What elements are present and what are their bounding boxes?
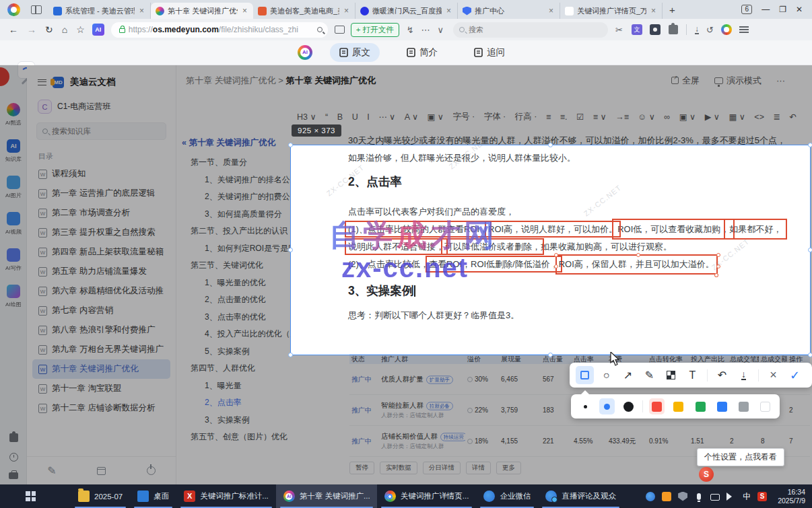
ssl-lock-icon[interactable] xyxy=(119,28,125,33)
more-options-button[interactable]: ··· xyxy=(776,75,785,85)
save-tool-icon[interactable]: ↓ xyxy=(735,366,753,384)
annotation-box[interactable]: ROI低，可以查看收藏加购， xyxy=(617,224,729,234)
tab-close-icon[interactable]: × xyxy=(241,6,248,15)
sidebar-doc-item[interactable]: W 第二章 市场调查分析 xyxy=(32,203,170,223)
browser-tab[interactable]: 第十章 关键词推广优化 × xyxy=(151,3,253,19)
browser-tab[interactable]: 美迪创客_美迪电商_美 × xyxy=(253,3,356,19)
toc-item[interactable]: 第五节、创意（图片）优化 xyxy=(176,429,290,446)
rect-tool-icon[interactable] xyxy=(576,366,594,384)
ai-strip-item[interactable]: AI绘图 xyxy=(0,285,27,309)
url-search-icon[interactable] xyxy=(317,27,323,32)
tray-shield-icon[interactable] xyxy=(678,492,687,501)
taskbar-item[interactable]: 关键词推广详情页... xyxy=(377,484,477,508)
workspace-selector[interactable]: C C1-电商运营班 xyxy=(38,100,176,114)
view-tab[interactable]: 原文 xyxy=(330,43,380,62)
toc-item[interactable]: 1、如何判定ROI是亏是赚 xyxy=(176,240,290,258)
reload-icon[interactable]: ↻ xyxy=(45,24,53,35)
sidebar-doc-item[interactable]: W 第十章 关键词推广优化 xyxy=(32,359,170,379)
toc-item[interactable]: 3、实操案例 xyxy=(176,412,290,429)
toc-item[interactable]: 5、实操案例 xyxy=(176,343,290,361)
forward-icon[interactable]: → xyxy=(27,24,36,35)
undo-tool-icon[interactable]: ↶ xyxy=(713,366,731,384)
open-file-button[interactable]: + 打开文件 xyxy=(351,23,399,37)
dark-mode-extension-icon[interactable] xyxy=(650,24,661,35)
ai-strip-item[interactable]: AI甄选 xyxy=(0,103,27,127)
fullscreen-button[interactable]: 全屏 xyxy=(671,75,700,87)
menu-icon[interactable] xyxy=(739,26,749,33)
quick-search-input[interactable] xyxy=(469,26,590,34)
translate-extension-icon[interactable]: 文 xyxy=(632,24,642,35)
tab-close-icon[interactable]: × xyxy=(650,6,657,15)
bookmark-star-icon[interactable]: ☆ xyxy=(76,24,85,35)
stroke-size-small[interactable] xyxy=(578,398,593,414)
table-action-button[interactable]: 更多 xyxy=(496,462,521,474)
scissors-icon[interactable]: ✂ xyxy=(615,25,623,35)
sidebar-doc-item[interactable]: W 第四章 新品上架获取流量秘籍 xyxy=(32,242,170,262)
editor-toolbar-icon[interactable]: “ xyxy=(325,112,328,122)
confirm-tool-icon[interactable]: ✓ xyxy=(786,366,804,384)
browser-tab[interactable]: 推广中心 × xyxy=(458,3,560,19)
sidebar-doc-item[interactable]: W 第五章 助力店铺流量爆发 xyxy=(32,262,170,281)
editor-toolbar-icon[interactable]: ▣ ∨ xyxy=(428,112,444,122)
url-bar[interactable]: https://os.medeyun.com/file/zhishiku/cla… xyxy=(111,22,328,38)
annotation-handle[interactable] xyxy=(554,264,558,268)
ai-strip-item[interactable]: AI写作 xyxy=(0,248,27,273)
toc-item[interactable]: 第二节、投入产出比的认识 xyxy=(176,223,290,240)
browser-tab[interactable]: 微暖澳门风云_百度搜索 × xyxy=(356,3,458,19)
tray-volume-icon[interactable] xyxy=(726,493,736,501)
sidebar-doc-item[interactable]: W 第十一章 淘宝联盟 xyxy=(32,379,170,398)
tab-count-badge[interactable]: 6 xyxy=(741,5,752,14)
annotation-handle[interactable] xyxy=(636,253,640,257)
taskbar-item[interactable]: 第十章 关键词推广... xyxy=(276,484,377,508)
toc-item[interactable]: 1、曝光量 xyxy=(176,377,290,395)
quick-search-box[interactable] xyxy=(453,22,608,38)
tab-close-icon[interactable]: × xyxy=(343,6,350,15)
toc-title[interactable]: « 第十章 关键词推广优化 xyxy=(182,137,290,149)
ellipse-tool-icon[interactable]: ○ xyxy=(597,366,615,384)
sidebar-doc-item[interactable]: W 第八章 热浪引擎和付费推广 xyxy=(32,320,170,340)
snipaste-badge-icon[interactable]: S xyxy=(699,467,714,482)
browser-tab[interactable]: 系统管理 - 美迪云管理 × xyxy=(48,3,151,19)
taskbar-item[interactable]: 桌面 xyxy=(130,484,176,508)
close-button[interactable]: ✕ xyxy=(796,5,803,14)
sidebar-doc-item[interactable]: W 第三章 提升权重之自然搜索 xyxy=(32,223,170,242)
sidebar-menu-icon[interactable] xyxy=(38,79,46,85)
taskbar-item[interactable]: 2025-07 xyxy=(71,484,130,508)
knowledge-search-input[interactable] xyxy=(52,127,153,135)
mosaic-tool-icon[interactable] xyxy=(662,366,680,384)
sidebar-doc-item[interactable]: W 第十二章 店铺诊断数据分析 xyxy=(32,398,170,418)
stroke-size-medium[interactable] xyxy=(599,398,615,414)
annotation-box-selected[interactable]: ROI高，保留人群，并且可以加大溢价。 xyxy=(555,254,718,275)
sidebar-doc-item[interactable]: W 第九章 万相台无界关键词推广 xyxy=(32,340,170,359)
tray-snipaste-icon[interactable]: S xyxy=(757,492,767,501)
annotation-box[interactable]: 如果都不好， xyxy=(729,224,782,234)
annotation-box[interactable]: ROI高，说明人群好，可以加价。 xyxy=(488,224,617,234)
tab-close-icon[interactable]: × xyxy=(547,6,555,15)
sidebar-doc-item[interactable]: W 第六章 标题精细优化及活动推 xyxy=(32,281,170,301)
settings-tooltip[interactable]: 个性设置，点我看看 xyxy=(697,448,784,466)
editor-toolbar-icon[interactable]: ↶ xyxy=(789,112,796,122)
browser-logo-icon[interactable] xyxy=(7,3,20,16)
browser-tab[interactable]: 关键词推广详情页_万相 × xyxy=(560,3,663,19)
screenshot-icon[interactable] xyxy=(335,26,345,34)
editor-toolbar-icon[interactable]: <> xyxy=(754,112,764,122)
editor-toolbar-icon[interactable]: ≡. xyxy=(560,112,568,122)
home-icon[interactable]: ⌂ xyxy=(62,24,67,35)
history-icon[interactable]: ↺ xyxy=(706,25,714,35)
edit-icon[interactable]: ✎ xyxy=(47,464,56,477)
taskbar-item[interactable]: 企业微信 xyxy=(476,484,538,508)
table-action-button[interactable]: 分日详情 xyxy=(423,462,461,474)
new-tab-button[interactable]: + xyxy=(663,4,682,15)
sidebar-doc-item[interactable]: W 课程须知 xyxy=(32,164,170,184)
tab-close-icon[interactable]: × xyxy=(138,6,145,15)
editor-toolbar-icon[interactable]: A ∨ xyxy=(405,112,418,122)
minimize-button[interactable]: — xyxy=(762,5,770,14)
editor-toolbar-icon[interactable]: ▶ ∨ xyxy=(705,112,720,122)
tray-display-icon[interactable] xyxy=(710,494,720,501)
arrow-tool-icon[interactable]: ↗ xyxy=(619,366,637,384)
editor-toolbar-icon[interactable]: H3 ∨ xyxy=(297,112,316,122)
ai-strip-item[interactable]: AI视频 xyxy=(0,212,27,236)
sidebar-doc-item[interactable]: W 第一章 运营推广的底层逻辑 xyxy=(32,184,170,203)
editor-toolbar-icon[interactable]: 行高 · xyxy=(515,111,537,122)
color-swatch-white[interactable] xyxy=(757,398,773,414)
